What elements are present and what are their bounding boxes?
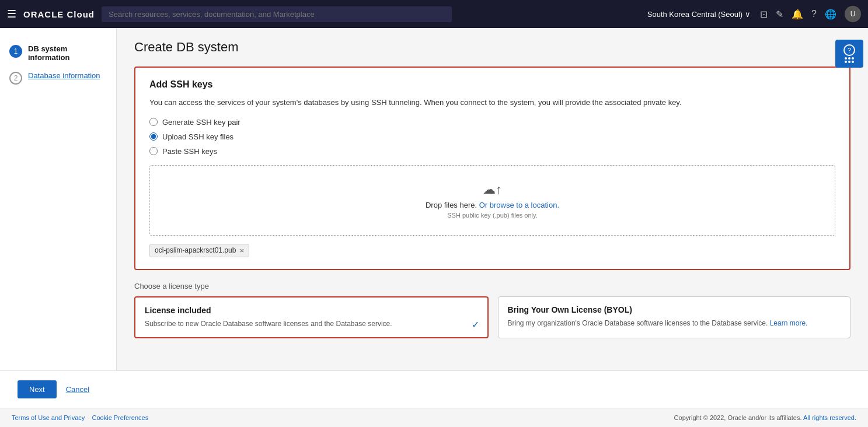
help-panel-button[interactable]: ?: [835, 40, 863, 68]
help-icon[interactable]: ?: [811, 9, 817, 19]
ssh-section-title: Add SSH keys: [149, 79, 835, 90]
help-dots-icon: [845, 57, 854, 63]
edit-icon[interactable]: ✎: [776, 9, 783, 20]
license-section: Choose a license type License included S…: [134, 282, 850, 338]
step-1-label: DB system information: [28, 44, 107, 62]
byol-card[interactable]: Bring Your Own License (BYOL) Bring my o…: [498, 296, 851, 338]
globe-icon[interactable]: 🌐: [825, 9, 836, 20]
nav-right-section: South Korea Central (Seoul) ∨ ⊡ ✎ 🔔 ? 🌐 …: [647, 6, 861, 22]
step-2-number: 2: [9, 72, 22, 85]
file-tag-remove-button[interactable]: ×: [239, 246, 244, 255]
footer-copyright: Copyright © 2022, Oracle and/or its affi…: [674, 414, 856, 421]
help-circle-icon: ?: [843, 44, 855, 56]
drop-zone-hint: SSH public key (.pub) files only.: [162, 212, 823, 219]
byol-desc: Bring my organization's Oracle Database …: [508, 318, 841, 328]
license-included-card[interactable]: License included Subscribe to new Oracle…: [134, 296, 489, 338]
drop-zone-text: Drop files here. Or browse to a location…: [162, 201, 823, 209]
region-label: South Korea Central (Seoul): [647, 10, 742, 19]
page-footer: Terms of Use and Privacy Cookie Preferen…: [0, 408, 868, 427]
radio-generate-keypair[interactable]: Generate SSH key pair: [149, 118, 835, 127]
upload-cloud-icon: ☁↑: [162, 182, 823, 197]
terms-link[interactable]: Terms of Use and Privacy: [12, 414, 85, 421]
step-1-number: 1: [9, 45, 22, 58]
bottom-action-bar: Next Cancel: [0, 370, 868, 408]
hamburger-icon[interactable]: ☰: [7, 8, 16, 20]
radio-upload-label: Upload SSH key files: [162, 132, 233, 141]
license-included-title: License included: [145, 306, 478, 315]
step-2-label: Database information: [28, 71, 100, 80]
file-tags-container: oci-pslim-apackrsct01.pub ×: [149, 244, 835, 257]
cookie-link[interactable]: Cookie Preferences: [92, 414, 149, 421]
file-drop-zone[interactable]: ☁↑ Drop files here. Or browse to a locat…: [149, 165, 835, 236]
license-section-label: Choose a license type: [134, 282, 850, 290]
radio-upload-files[interactable]: Upload SSH key files: [149, 132, 835, 141]
radio-paste-label: Paste SSH keys: [162, 147, 217, 156]
nav-icon-group: ⊡ ✎ 🔔 ? 🌐 U: [760, 6, 861, 22]
user-avatar[interactable]: U: [845, 6, 861, 22]
license-included-check: ✓: [472, 319, 479, 330]
radio-paste-keys[interactable]: Paste SSH keys: [149, 147, 835, 156]
terminal-icon[interactable]: ⊡: [760, 9, 768, 20]
ssh-radio-group: Generate SSH key pair Upload SSH key fil…: [149, 118, 835, 156]
region-selector[interactable]: South Korea Central (Seoul) ∨: [647, 10, 751, 19]
file-tag-name: oci-pslim-apackrsct01.pub: [155, 246, 236, 254]
next-button[interactable]: Next: [18, 380, 57, 398]
sidebar-step-db-system[interactable]: 1 DB system information: [0, 40, 116, 66]
radio-paste-input[interactable]: [149, 147, 158, 155]
browse-location-link[interactable]: Or browse to a location.: [479, 201, 559, 209]
global-search-input[interactable]: [102, 6, 452, 22]
oracle-logo: ORACLE Cloud: [23, 9, 95, 19]
main-content: Create DB system Add SSH keys You can ac…: [117, 28, 868, 370]
help-button-container: ?: [835, 40, 863, 68]
byol-title: Bring Your Own License (BYOL): [508, 305, 841, 314]
page-title: Create DB system: [134, 40, 850, 55]
rights-link[interactable]: All rights reserved.: [803, 414, 856, 421]
ssh-keys-section: Add SSH keys You can access the services…: [134, 66, 850, 270]
wizard-sidebar: 1 DB system information 2 Database infor…: [0, 28, 117, 370]
byol-learn-more-link[interactable]: Learn more.: [770, 319, 808, 327]
footer-left: Terms of Use and Privacy Cookie Preferen…: [12, 414, 148, 421]
radio-generate-label: Generate SSH key pair: [162, 118, 240, 127]
license-included-desc: Subscribe to new Oracle Database softwar…: [145, 318, 478, 329]
license-options-container: License included Subscribe to new Oracle…: [134, 296, 850, 338]
radio-generate-input[interactable]: [149, 118, 158, 126]
cancel-button[interactable]: Cancel: [66, 385, 89, 394]
sidebar-step-database[interactable]: 2 Database information: [0, 66, 116, 89]
ssh-section-desc: You can access the services of your syst…: [149, 97, 835, 108]
chevron-down-icon: ∨: [745, 10, 751, 19]
bell-icon[interactable]: 🔔: [792, 9, 803, 20]
file-tag: oci-pslim-apackrsct01.pub ×: [149, 244, 249, 257]
top-navigation: ☰ ORACLE Cloud South Korea Central (Seou…: [0, 0, 868, 28]
radio-upload-input[interactable]: [149, 132, 158, 141]
